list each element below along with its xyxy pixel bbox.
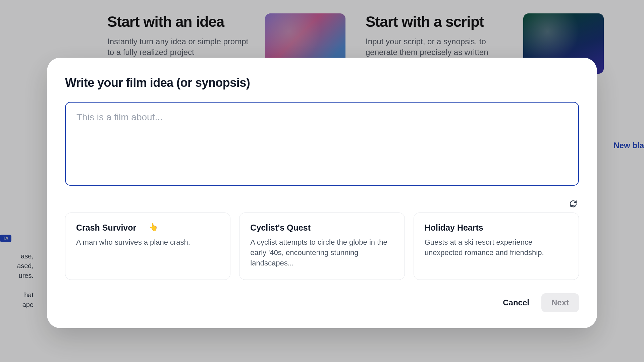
suggestions-list: Crash Survivor A man who survives a plan… (65, 213, 579, 280)
suggestion-card[interactable]: Cyclist's Quest A cyclist attempts to ci… (239, 213, 405, 280)
film-idea-input[interactable] (65, 102, 579, 186)
suggestion-card[interactable]: Crash Survivor A man who survives a plan… (65, 213, 230, 280)
suggestion-desc: A man who survives a plane crash. (76, 237, 219, 248)
suggestion-title: Crash Survivor (76, 223, 219, 233)
suggestion-title: Cyclist's Quest (250, 223, 393, 233)
next-button[interactable]: Next (541, 293, 579, 312)
suggestion-desc: A cyclist attempts to circle the globe i… (250, 237, 393, 268)
suggestion-title: Holiday Hearts (425, 223, 568, 233)
cancel-button[interactable]: Cancel (499, 294, 533, 311)
modal-overlay: Write your film idea (or synopsis) Crash… (0, 0, 644, 362)
suggestion-desc: Guests at a ski resort experience unexpe… (425, 237, 568, 258)
refresh-suggestions-button[interactable] (568, 198, 579, 210)
suggestion-card[interactable]: Holiday Hearts Guests at a ski resort ex… (414, 213, 579, 280)
film-idea-modal: Write your film idea (or synopsis) Crash… (47, 58, 597, 328)
modal-title: Write your film idea (or synopsis) (65, 76, 579, 90)
refresh-icon (569, 200, 577, 209)
